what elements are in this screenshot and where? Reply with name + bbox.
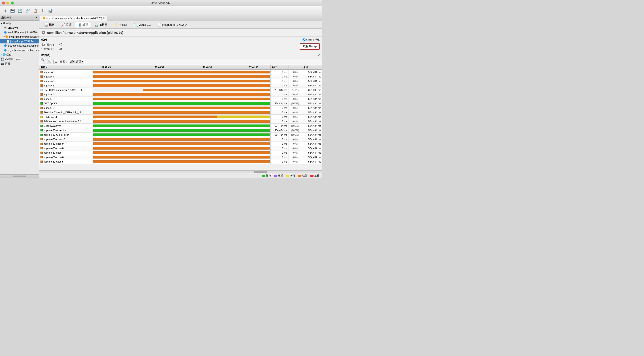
table-row[interactable]: http-nio-80-exec-10 0 ms (0%) 534,434 ms bbox=[39, 137, 322, 141]
td-total: 534,434 ms bbox=[302, 92, 322, 96]
table-row[interactable]: http-nio-80-exec-9 0 ms (0%) 534,434 ms bbox=[39, 141, 322, 146]
sidebar-item-serverapp[interactable]: ▾🔶com.lilian.framework.ServerApplication… bbox=[0, 35, 39, 39]
close-button[interactable] bbox=[2, 2, 5, 5]
toolbar-btn-7[interactable]: 📊 bbox=[47, 8, 54, 14]
app-title: com.lilian.framework.ServerApplication (… bbox=[47, 31, 123, 35]
table-row[interactable]: http-nio-80-Acceptor 534,434 ms (100%) 5… bbox=[39, 128, 322, 132]
nav-tab-heapdump_tab[interactable]: 📄[heapdump] 17:32:14 bbox=[154, 22, 190, 28]
td-pct: (0%) bbox=[288, 115, 302, 119]
toolbar-btn-6[interactable]: 🗑 bbox=[39, 8, 46, 14]
table-row[interactable]: JMX server connection timeout 72 0 ms (0… bbox=[39, 119, 322, 124]
td-name: RMI TCP Connection(29)-127.0.0.1 bbox=[39, 88, 93, 92]
table-row[interactable]: http-nio-80-exec-7 0 ms (0%) 534,434 ms bbox=[39, 150, 322, 155]
nav-tab-profiler[interactable]: ⚡Profiler bbox=[111, 22, 130, 28]
table-row[interactable]: __DEFAULT__ 0 ms (0%) 534,434 ms bbox=[39, 115, 322, 119]
table-row[interactable]: logback-7 0 ms (0%) 534,434 ms bbox=[39, 74, 322, 79]
main-tab[interactable]: 🔶 com lilian framework ServerApplication… bbox=[40, 16, 107, 21]
sidebar-item-heapdump[interactable]: 📄[heapdump] 17:32:14 bbox=[0, 39, 39, 44]
horizontal-scrollbar[interactable] bbox=[39, 170, 322, 173]
table-row[interactable]: logback-3 0 ms (0%) 534,434 ms bbox=[39, 97, 322, 101]
timeline-close-icon[interactable]: ✕ bbox=[318, 54, 320, 57]
legend-item-休眠: 休眠 bbox=[274, 174, 283, 177]
td-total: 534,434 ms bbox=[302, 101, 322, 105]
sidebar-item-local[interactable]: ▾🖥本地 bbox=[0, 21, 39, 26]
col-timeline: 17:40:45 17:40:50 17:40:55 17:41:00 bbox=[93, 65, 270, 69]
ts1: 17:40:45 bbox=[102, 66, 111, 69]
td-run: 257,642 ms bbox=[270, 88, 288, 92]
toolbar-btn-5[interactable]: 📋 bbox=[32, 8, 39, 14]
toolbar-btn-3[interactable]: 🔄 bbox=[16, 8, 24, 14]
sidebar-item-maven[interactable]: 🔷org.jetbrains.idea.maven.server.RemoteM… bbox=[0, 44, 39, 48]
table-row[interactable]: logback-8 0 ms (0%) 534,434 ms bbox=[39, 70, 322, 74]
td-bar bbox=[93, 115, 270, 119]
table-row[interactable]: http-nio-80-ClientPoller 534,434 ms (100… bbox=[39, 132, 322, 137]
thread-table: 名称 ▲ 17:40:45 17:40:50 17:40:55 17:41:00… bbox=[39, 65, 322, 173]
table-row[interactable]: DestroyJavaVM 534,434 ms (100%) 534,434 … bbox=[39, 124, 322, 128]
sidebar-item-intellij[interactable]: 🔷IntelliJ Platform (pid 40570) bbox=[0, 30, 39, 35]
thread-viz-checkbox[interactable] bbox=[302, 39, 306, 41]
legend-label: 运行 bbox=[266, 174, 271, 177]
sidebar-item-remote[interactable]: ▸🌐远程 bbox=[0, 52, 39, 57]
toolbar-btn-4[interactable]: 🔗 bbox=[24, 8, 31, 14]
table-row[interactable]: logback-6 0 ms (0%) 534,434 ms bbox=[39, 79, 322, 83]
zoom-fit-button[interactable]: ⊡ bbox=[54, 59, 58, 64]
td-run: 0 ms bbox=[270, 150, 288, 155]
toolbar-btn-1[interactable]: ⬆ bbox=[1, 8, 8, 14]
table-row[interactable]: RMI TCP Connection(29)-127.0.0.1 257,642… bbox=[39, 88, 322, 92]
sidebar-item-vmcoredump[interactable]: 💾VM 核心 dump bbox=[0, 57, 39, 61]
sidebar-close-icon[interactable]: ✕ bbox=[36, 16, 38, 19]
table-row[interactable]: http-nio-80-exec-6 0 ms (0%) 534,434 ms bbox=[39, 155, 322, 159]
h-scroll-thumb[interactable] bbox=[254, 171, 268, 173]
tree-arrow: ▸ bbox=[1, 54, 2, 56]
table-row[interactable]: http-nio-80-exec-8 0 ms (0%) 534,434 ms bbox=[39, 146, 322, 150]
nav-tab-visualgc[interactable]: 📉Visual GC bbox=[131, 22, 154, 28]
td-name: logback-4 bbox=[39, 92, 93, 96]
nav-tab-overview[interactable]: 📊概览 bbox=[41, 22, 57, 28]
sidebar-scrollbar[interactable] bbox=[13, 175, 26, 177]
table-row[interactable]: AWT-AppKit 534,434 ms (100%) 534,434 ms bbox=[39, 101, 322, 106]
view-select[interactable]: 所有线程 ▾ bbox=[69, 59, 84, 64]
nav-tab-monitor[interactable]: 📈监视 bbox=[58, 22, 74, 28]
zoom-in-button[interactable]: 🔍+ bbox=[41, 59, 46, 64]
table-row[interactable]: Statistics Thread-__DEFAULT__-1 0 ms (0%… bbox=[39, 110, 322, 115]
sidebar-item-snapshot[interactable]: 📷快照 bbox=[0, 61, 39, 66]
nav-tab-label-monitor: 监视 bbox=[66, 23, 71, 27]
td-bar bbox=[93, 146, 270, 150]
tab-close-icon[interactable]: ✕ bbox=[103, 17, 105, 19]
td-bar bbox=[93, 110, 270, 114]
sort-icon[interactable]: ▲ bbox=[46, 66, 48, 68]
tree-label: com.lilian.framework.ServerApplication (… bbox=[9, 35, 39, 38]
td-total: 534,434 ms bbox=[302, 132, 322, 137]
sidebar-item-launcher[interactable]: 🔷org.jetbrains.jps.cmdline.Launcher (pid… bbox=[0, 48, 39, 52]
tree-label: org.jetbrains.jps.cmdline.Launcher (pid … bbox=[8, 49, 39, 52]
td-run: 534,434 ms bbox=[270, 128, 288, 132]
nav-tab-sampler[interactable]: 🔬抽样器 bbox=[92, 22, 110, 28]
td-run: 0 ms bbox=[270, 146, 288, 150]
td-run: 534,434 ms bbox=[270, 101, 288, 105]
maximize-button[interactable] bbox=[11, 2, 14, 5]
minimize-button[interactable] bbox=[6, 2, 10, 5]
thread-dump-button[interactable]: 线程 Dump bbox=[300, 43, 320, 50]
tree-icon: ☕ bbox=[4, 26, 7, 29]
table-row[interactable]: logback-5 0 ms (0%) 534,434 ms bbox=[39, 83, 322, 88]
sidebar-content: ▾🖥本地☕VisualVM🔷IntelliJ Platform (pid 405… bbox=[0, 21, 39, 174]
nav-tab-label-heapdump_tab: [heapdump] 17:32:14 bbox=[162, 23, 188, 27]
table-row[interactable]: logback-4 0 ms (0%) 534,434 ms bbox=[39, 92, 322, 97]
td-pct: (0%) bbox=[288, 137, 302, 141]
td-bar bbox=[93, 74, 270, 79]
table-row[interactable]: http-nio-80-exec-5 0 ms (0%) 534,434 ms bbox=[39, 159, 322, 164]
zoom-out-button[interactable]: 🔍- bbox=[47, 59, 52, 64]
td-run: 0 ms bbox=[270, 155, 288, 159]
sidebar-item-visualvm[interactable]: ☕VisualVM bbox=[0, 26, 39, 30]
nav-tab-label-threads: 线程 bbox=[82, 23, 88, 27]
col-pct bbox=[288, 65, 302, 69]
thread-table-body: logback-8 0 ms (0%) 534,434 ms logback-7… bbox=[39, 70, 322, 170]
timeline-title: 时间线 bbox=[41, 53, 50, 57]
td-pct: (0%) bbox=[288, 106, 302, 110]
table-row[interactable]: logback-2 0 ms (0%) 534,434 ms bbox=[39, 106, 322, 110]
td-bar bbox=[93, 101, 270, 105]
nav-tab-threads[interactable]: 🧵线程 bbox=[75, 22, 91, 28]
td-bar bbox=[93, 83, 270, 88]
td-run: 0 ms bbox=[270, 159, 288, 164]
toolbar-btn-2[interactable]: 💾 bbox=[9, 8, 16, 14]
